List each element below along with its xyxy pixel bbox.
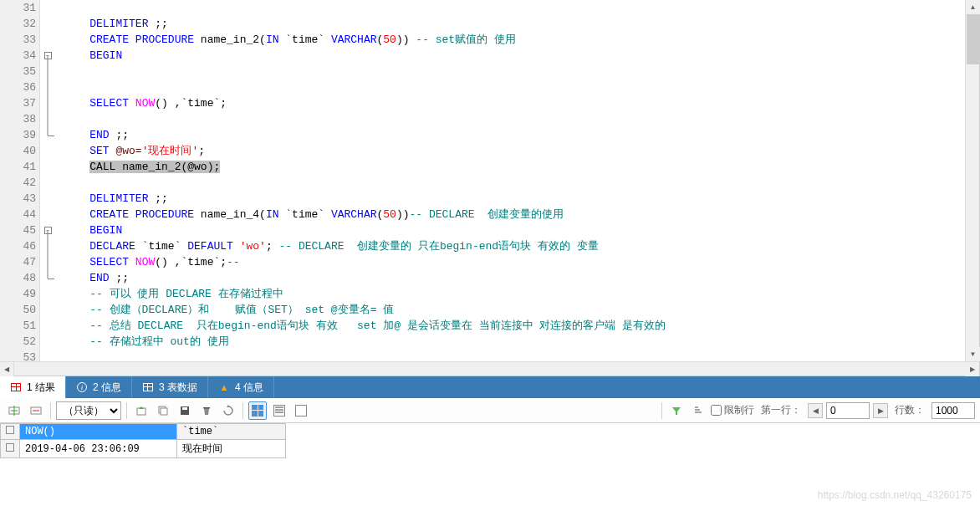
line-number: 39	[0, 127, 39, 143]
code-line[interactable]: SELECT NOW() ,`time`;	[64, 95, 979, 111]
horizontal-scrollbar[interactable]: ◀ ▶	[0, 361, 979, 376]
code-line[interactable]: -- 创建（DECLARE）和 赋值（SET） set @变量名= 值	[64, 302, 979, 318]
svg-rect-9	[182, 407, 187, 410]
code-line[interactable]	[64, 79, 979, 95]
column-header-time[interactable]: `time`	[177, 424, 286, 440]
limit-rows-checkbox[interactable]: 限制行	[711, 403, 754, 417]
fold-marker[interactable]: −	[40, 48, 55, 64]
rows-label: 行数：	[891, 403, 928, 417]
code-content[interactable]: DELIMITER ;; CREATE PROCEDURE name_in_2(…	[55, 0, 979, 376]
info-icon: i	[76, 381, 88, 393]
scroll-down-button[interactable]: ▼	[966, 347, 980, 361]
line-number: 37	[0, 95, 39, 111]
code-line[interactable]: END ;;	[64, 270, 979, 286]
tab-info-2[interactable]: i 2 信息	[66, 376, 132, 398]
code-line[interactable]	[64, 111, 979, 127]
view-form-button[interactable]	[270, 401, 288, 420]
limit-rows-input[interactable]	[711, 405, 722, 416]
cell-time[interactable]: 现在时间	[177, 440, 286, 458]
fold-marker	[40, 127, 55, 143]
code-line[interactable]: DELIMITER ;;	[64, 191, 979, 207]
fold-marker	[40, 159, 55, 175]
fold-marker	[40, 286, 55, 302]
filter-button[interactable]	[667, 401, 686, 420]
next-page-button[interactable]: ▶	[873, 403, 888, 418]
code-line[interactable]: CALL name_in_2(@wo);	[64, 159, 979, 175]
code-editor[interactable]: 3132333435363738394041424344454647484950…	[0, 0, 980, 376]
code-line[interactable]: SET @wo='现在时间';	[64, 143, 979, 159]
scroll-up-button[interactable]: ▲	[966, 0, 980, 14]
add-row-button[interactable]	[5, 401, 23, 420]
fold-marker	[40, 79, 55, 95]
scroll-thumb[interactable]	[967, 14, 979, 64]
code-line[interactable]	[64, 0, 979, 16]
tab-table-data-3[interactable]: 3 表数据	[132, 376, 208, 398]
line-number-gutter: 3132333435363738394041424344454647484950…	[0, 0, 40, 376]
view-text-button[interactable]	[292, 401, 310, 420]
vertical-scrollbar[interactable]: ▲ ▼	[965, 0, 979, 361]
scroll-right-button[interactable]: ▶	[965, 362, 979, 376]
code-line[interactable]: -- 总结 DECLARE 只在begin-end语句块 有效 set 加@ 是…	[64, 318, 979, 334]
table-row[interactable]: 2019-04-06 23:06:09 现在时间	[1, 440, 286, 458]
line-number: 43	[0, 191, 39, 207]
grid-icon	[10, 381, 22, 393]
first-row-input[interactable]	[826, 402, 870, 419]
save-button[interactable]	[176, 401, 194, 420]
fold-marker	[40, 175, 55, 191]
select-all-checkbox[interactable]	[1, 424, 20, 440]
tab-label: 4 信息	[235, 381, 263, 395]
rows-input[interactable]	[932, 402, 975, 419]
line-number: 31	[0, 0, 39, 16]
row-selector-checkbox[interactable]	[1, 440, 20, 458]
code-line[interactable]: END ;;	[64, 127, 979, 143]
copy-button[interactable]	[154, 401, 172, 420]
line-number: 32	[0, 16, 39, 32]
fold-marker	[40, 64, 55, 79]
line-number: 52	[0, 334, 39, 350]
code-line[interactable]: DECLARE `time` DEFAULT 'wo'; -- DECLARE …	[64, 238, 979, 254]
watermark-text: https://blog.csdn.net/qq_43260175	[818, 489, 972, 501]
view-grid-button[interactable]	[248, 401, 267, 420]
sort-button[interactable]	[689, 401, 707, 420]
column-header-now[interactable]: NOW()	[20, 424, 177, 440]
fold-marker	[40, 32, 55, 48]
limit-rows-label: 限制行	[724, 403, 754, 417]
first-row-label: 第一行：	[758, 403, 804, 417]
code-line[interactable]	[64, 64, 979, 79]
discard-button[interactable]	[197, 401, 216, 420]
cell-now[interactable]: 2019-04-06 23:06:09	[20, 440, 177, 458]
header-row[interactable]: NOW() `time`	[1, 424, 286, 440]
tab-label: 3 表数据	[159, 381, 197, 395]
code-line[interactable]: -- 存储过程中 out的 使用	[64, 334, 979, 350]
code-line[interactable]: SELECT NOW() ,`time`;--	[64, 254, 979, 270]
fold-marker	[40, 334, 55, 350]
line-number: 40	[0, 143, 39, 159]
code-line[interactable]	[64, 175, 979, 191]
result-table[interactable]: NOW() `time` 2019-04-06 23:06:09 现在时间	[0, 423, 286, 458]
code-line[interactable]: -- 可以 使用 DECLARE 在存储过程中	[64, 286, 979, 302]
scroll-left-button[interactable]: ◀	[0, 362, 14, 376]
code-line[interactable]: CREATE PROCEDURE name_in_2(IN `time` VAR…	[64, 32, 979, 48]
svg-rect-10	[203, 407, 210, 409]
tab-result-1[interactable]: 1 结果	[0, 376, 66, 398]
fold-marker[interactable]: −	[40, 222, 55, 238]
fold-marker	[40, 0, 55, 16]
code-line[interactable]: CREATE PROCEDURE name_in_4(IN `time` VAR…	[64, 207, 979, 222]
line-number: 47	[0, 254, 39, 270]
readonly-select[interactable]: （只读）	[56, 401, 121, 420]
result-grid[interactable]: NOW() `time` 2019-04-06 23:06:09 现在时间 ht…	[0, 423, 980, 506]
line-number: 38	[0, 111, 39, 127]
fold-gutter[interactable]: −−	[40, 0, 55, 376]
code-line[interactable]: DELIMITER ;;	[64, 16, 979, 32]
prev-page-button[interactable]: ◀	[808, 403, 823, 418]
tab-info-4[interactable]: ▲ 4 信息	[208, 376, 274, 398]
line-number: 42	[0, 175, 39, 191]
delete-row-button[interactable]	[27, 401, 45, 420]
code-line[interactable]: BEGIN	[64, 48, 979, 64]
export-button[interactable]	[132, 401, 151, 420]
fold-marker	[40, 191, 55, 207]
svg-rect-5	[137, 408, 145, 415]
refresh-button[interactable]	[219, 401, 237, 420]
code-line[interactable]: BEGIN	[64, 222, 979, 238]
line-number: 41	[0, 159, 39, 175]
